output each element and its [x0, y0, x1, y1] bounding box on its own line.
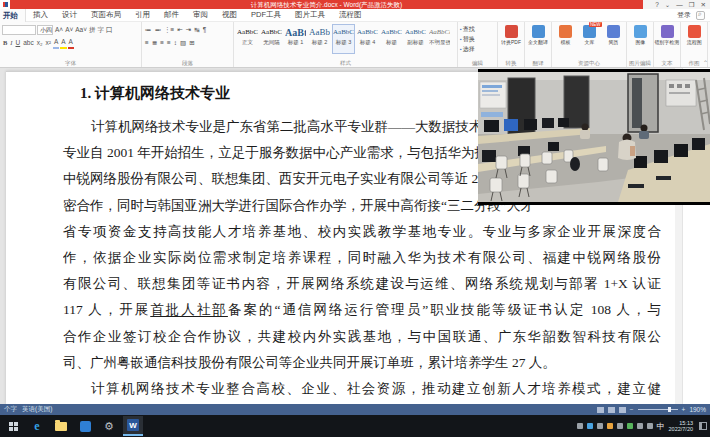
edit-替换[interactable]: 替换 [460, 34, 495, 44]
ribbon-tab-流程图[interactable]: 流程图 [332, 8, 369, 22]
web-layout-icon[interactable] [619, 407, 626, 413]
ribbon-tab-插入[interactable]: 插入 [26, 8, 55, 22]
taskbar-app-word[interactable]: W [123, 416, 143, 436]
restore-button[interactable]: ❐ [689, 1, 695, 9]
button-图像[interactable]: 图像 [629, 23, 651, 59]
paragraph-tool-4[interactable]: ⇥ [185, 24, 192, 35]
zoom-level[interactable]: 190% [689, 406, 706, 413]
font-tool-4[interactable]: 字 [97, 24, 106, 35]
minimize-button[interactable]: — [676, 1, 683, 8]
tray-icon-7[interactable] [637, 423, 643, 429]
close-button[interactable]: ✕ [701, 1, 706, 9]
paragraph-tool-0[interactable]: ≔ [144, 24, 153, 35]
zoom-slider-thumb[interactable] [668, 407, 671, 412]
button-转换PDF[interactable]: 转换PDF [500, 23, 522, 59]
tray-icon-3[interactable] [597, 423, 603, 429]
ribbon-tab-图片工具[interactable]: 图片工具 [288, 8, 332, 22]
alignment-tool-0[interactable]: ≡ [144, 37, 150, 48]
collapse-ribbon-icon[interactable]: ⌃ [703, 59, 708, 66]
style-preview: AaBbC [357, 26, 378, 39]
taskbar-app-settings[interactable]: ⚙ [99, 416, 119, 436]
paragraph-tool-5[interactable]: ↹ [193, 24, 200, 35]
style-不明显强调[interactable]: AaBbCcl不明显强调 [428, 24, 451, 54]
taskbar-app-file-explorer[interactable] [51, 416, 71, 436]
classroom-video-overlay[interactable] [478, 69, 710, 205]
paragraph-tool-2[interactable]: ⋮≡ [163, 24, 175, 35]
font-tool-0[interactable]: A˄ [54, 24, 64, 35]
paragraph-tool-6[interactable]: ¶ [202, 24, 208, 35]
button-模板[interactable]: 模板 [554, 23, 576, 59]
font-format-6[interactable]: A [53, 36, 59, 49]
style-标题 2[interactable]: AaBbC标题 2 [308, 24, 331, 54]
ribbon-tab-页面布局[interactable]: 页面布局 [84, 8, 128, 22]
edit-查找[interactable]: 查找 [460, 24, 495, 34]
zoom-slider[interactable] [638, 409, 678, 410]
ribbon-tab-引用[interactable]: 引用 [128, 8, 157, 22]
alignment-tool-6[interactable]: ⊞ [188, 37, 195, 48]
button-全文翻译[interactable]: 全文翻译 [527, 23, 549, 59]
ribbon-tab-邮件[interactable]: 邮件 [157, 8, 186, 22]
ime-indicator[interactable]: 中 [657, 421, 665, 432]
font-format-8[interactable]: A [68, 36, 74, 49]
button-流程图[interactable]: 流程图 [683, 23, 705, 59]
paragraph-tool-3[interactable]: ⇤ [176, 24, 183, 35]
ribbon-tab-开始[interactable]: 开始 [0, 8, 26, 22]
font-format-1[interactable]: I [9, 37, 13, 48]
style-标题 3[interactable]: AaBbCcD标题 3 [332, 24, 355, 54]
alignment-tool-2[interactable]: ≡ [159, 37, 165, 48]
font-tool-1[interactable]: A˅ [64, 24, 74, 35]
print-layout-icon[interactable] [608, 407, 615, 413]
font-format-0[interactable]: B [2, 37, 8, 48]
font-tool-5[interactable]: 囗 [105, 24, 114, 35]
zoom-out-button[interactable]: − [630, 406, 634, 413]
button-简历[interactable]: 简历 [602, 23, 624, 59]
taskbar-app-edge[interactable]: e [27, 416, 47, 436]
alignment-tool-4[interactable]: ↕ [173, 37, 178, 48]
tray-icon-2[interactable] [587, 423, 593, 429]
tray-icon-4[interactable] [607, 423, 613, 429]
ribbon-tab-审阅[interactable]: 审阅 [186, 8, 215, 22]
ribbon-tab-视图[interactable]: 视图 [215, 8, 244, 22]
font-name-combo[interactable] [2, 25, 36, 35]
style-标题[interactable]: AaBbC标题 [380, 24, 403, 54]
font-format-7[interactable]: A [60, 36, 66, 49]
style-正文[interactable]: AaBbCcDc正文 [236, 24, 259, 54]
signin-button[interactable]: 登录 [677, 10, 691, 20]
search-icon[interactable] [696, 11, 705, 20]
tray-icon-6[interactable] [627, 423, 633, 429]
language-indicator[interactable]: 英语(美国) [22, 405, 52, 414]
tray-icon-5[interactable] [617, 423, 623, 429]
read-mode-icon[interactable] [597, 407, 604, 413]
tray-icon-1[interactable] [577, 423, 583, 429]
style-副标题[interactable]: AaBbC副标题 [404, 24, 427, 54]
style-标题 4[interactable]: AaBbC标题 4 [356, 24, 379, 54]
taskbar-app-photos[interactable] [75, 416, 95, 436]
taskbar-app-start[interactable] [3, 416, 23, 436]
style-无间隔[interactable]: AaBbCcDc无间隔 [260, 24, 283, 54]
button-文库[interactable]: NEW文库 [578, 23, 600, 59]
font-tool-3[interactable]: 拼 [88, 24, 97, 35]
word-count[interactable]: 个字 [4, 405, 17, 414]
font-format-3[interactable]: abc [22, 37, 34, 48]
paragraph-tool-1[interactable]: ≕ [154, 24, 163, 35]
help-button[interactable]: ? [655, 1, 659, 8]
zoom-in-button[interactable]: + [682, 406, 686, 413]
action-center-icon[interactable] [699, 422, 707, 430]
ribbon-tab-设计[interactable]: 设计 [55, 8, 84, 22]
alignment-tool-3[interactable]: ≡ [166, 37, 172, 48]
font-format-5[interactable]: x² [44, 37, 51, 48]
font-format-2[interactable]: U [15, 37, 22, 48]
button-label: 模板 [560, 39, 570, 45]
edit-选择[interactable]: 选择 [460, 44, 495, 54]
alignment-tool-1[interactable]: ≣ [151, 37, 158, 48]
font-format-4[interactable]: x₂ [36, 37, 44, 48]
font-size-combo[interactable]: 小四 [37, 25, 53, 35]
alignment-tool-5[interactable]: ▨ [179, 37, 187, 48]
taskbar-clock[interactable]: 15:13 2022/7/20 [669, 420, 693, 432]
tray-icon-8[interactable] [647, 423, 653, 429]
style-标题 1[interactable]: AaBt标题 1 [284, 24, 307, 54]
ribbon-options-button[interactable]: ⌄ [665, 1, 670, 9]
button-错别字检测[interactable]: 错别字检测 [656, 23, 678, 59]
font-tool-2[interactable]: Aa˅ [74, 24, 88, 35]
ribbon-tab-PDF工具[interactable]: PDF工具 [244, 8, 288, 22]
